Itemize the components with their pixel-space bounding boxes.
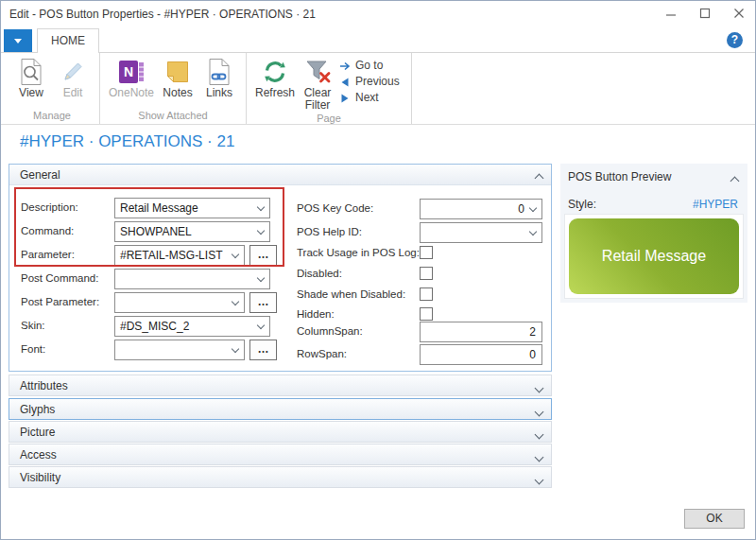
columnspan-input[interactable]: 2 (420, 322, 542, 342)
close-icon (733, 8, 745, 19)
links-icon (204, 56, 234, 87)
rowspan-input[interactable]: 0 (420, 344, 542, 365)
next-arrow-icon (339, 94, 351, 103)
clear-filter-button-label: Clear Filter (298, 87, 337, 112)
edit-button[interactable]: Edit (52, 55, 94, 99)
links-button-label: Links (206, 87, 232, 99)
chevron-up-icon[interactable] (731, 174, 738, 187)
notes-button-label: Notes (163, 87, 192, 99)
pos-key-code-value: 0 (518, 202, 524, 216)
previous-menu-item[interactable]: Previous (339, 76, 402, 88)
section-general-header[interactable]: General (9, 165, 551, 185)
chevron-down-icon (232, 345, 239, 353)
refresh-icon (260, 56, 290, 87)
section-visibility[interactable]: Visibility (9, 466, 552, 488)
disabled-label: Disabled: (297, 268, 342, 279)
close-button[interactable] (730, 6, 747, 21)
hidden-label: Hidden: (297, 308, 335, 320)
pos-key-code-combo[interactable]: 0 (420, 199, 542, 219)
tab-home[interactable]: HOME (37, 28, 99, 53)
shade-when-disabled-label: Shade when Disabled: (297, 288, 405, 300)
edit-pencil-icon (58, 56, 88, 87)
onenote-icon: N (116, 56, 146, 87)
hidden-checkbox[interactable] (420, 307, 433, 321)
help-button[interactable]: ? (727, 32, 743, 48)
ribbon-group-manage: View Edit Manage (5, 53, 100, 124)
chevron-down-icon (536, 381, 542, 394)
preview-panel-title: POS Button Preview (568, 170, 671, 183)
clear-filter-button[interactable]: Clear Filter (298, 55, 337, 112)
section-attributes[interactable]: Attributes (9, 375, 552, 396)
post-command-label: Post Command: (21, 272, 98, 284)
view-button[interactable]: View (10, 55, 52, 99)
view-icon (16, 56, 46, 87)
pos-help-id-combo[interactable] (420, 222, 542, 243)
section-attributes-label: Attributes (20, 379, 68, 392)
skin-combo[interactable]: #DS_MISC_2 (114, 316, 270, 337)
pos-button-properties-window: Edit - POS Button Properties - #HYPER · … (0, 0, 756, 540)
goto-menu-item[interactable]: Go to (339, 60, 402, 72)
section-glyphs-label: Glyphs (20, 403, 55, 416)
post-command-combo[interactable] (114, 269, 270, 289)
notes-button[interactable]: Notes (157, 55, 198, 99)
page-content: #HYPER · OPERATIONS · 21 General Descrip… (1, 125, 755, 539)
track-usage-checkbox[interactable] (420, 246, 433, 259)
post-parameter-combo[interactable] (114, 292, 245, 313)
chevron-down-icon (529, 204, 537, 212)
onenote-button-label: OneNote (109, 87, 154, 99)
section-access[interactable]: Access (9, 444, 552, 465)
onenote-button[interactable]: N OneNote (106, 55, 157, 99)
skin-label: Skin: (21, 320, 45, 331)
clear-filter-icon (302, 56, 333, 87)
track-usage-label: Track Usage in POS Log: (297, 247, 420, 258)
refresh-button-label: Refresh (255, 87, 295, 99)
title-bar: Edit - POS Button Properties - #HYPER · … (1, 1, 755, 26)
ribbon-group-label-manage: Manage (10, 109, 94, 124)
previous-arrow-icon (339, 78, 351, 87)
chevron-down-icon (536, 450, 542, 463)
chevron-down-icon (536, 473, 542, 486)
links-button[interactable]: Links (198, 55, 240, 99)
minimize-icon (665, 8, 677, 19)
notes-icon (163, 56, 193, 87)
section-visibility-label: Visibility (20, 471, 60, 484)
post-parameter-label: Post Parameter: (21, 296, 99, 307)
refresh-button[interactable]: Refresh (252, 55, 298, 99)
section-glyphs[interactable]: Glyphs (9, 398, 552, 420)
next-menu-item[interactable]: Next (339, 92, 402, 104)
font-lookup-button[interactable]: … (249, 340, 277, 360)
ribbon-group-show-attached: N OneNote Notes (100, 53, 247, 124)
pos-button-preview-panel: POS Button Preview Style: #HYPER Retail … (560, 164, 747, 303)
ok-button[interactable]: OK (684, 509, 745, 529)
chevron-down-icon (232, 298, 239, 305)
shade-when-disabled-checkbox[interactable] (420, 287, 433, 301)
chevron-down-icon (529, 228, 537, 235)
post-parameter-lookup-button[interactable]: … (249, 292, 277, 313)
style-value-link[interactable]: #HYPER (693, 198, 738, 211)
ribbon-tab-row: HOME ? (1, 26, 755, 53)
chevron-up-icon (536, 171, 542, 184)
columnspan-label: ColumnSpan: (297, 325, 363, 337)
section-picture[interactable]: Picture (9, 421, 552, 443)
maximize-button[interactable] (696, 6, 713, 21)
font-combo[interactable] (114, 340, 245, 360)
application-menu-button[interactable] (4, 29, 32, 52)
chevron-down-icon (257, 274, 265, 282)
svg-text:N: N (124, 64, 133, 79)
ribbon-group-label-show-attached: Show Attached (106, 109, 240, 124)
pos-help-id-label: POS Help ID: (297, 226, 362, 237)
page-title: #HYPER · OPERATIONS · 21 (20, 132, 234, 151)
minimize-button[interactable] (662, 6, 679, 21)
pos-key-code-label: POS Key Code: (297, 202, 373, 214)
page-nav-stack: Go to Previous Next (337, 55, 405, 104)
preview-button-container: Retail Message (564, 214, 744, 299)
section-picture-label: Picture (20, 426, 55, 439)
ribbon-group-page: Refresh Clear Filter (247, 53, 412, 124)
goto-label: Go to (355, 60, 383, 72)
window-title: Edit - POS Button Properties - #HYPER · … (9, 8, 316, 21)
font-label: Font: (21, 343, 45, 355)
maximize-icon (699, 8, 711, 19)
goto-arrow-icon (339, 61, 351, 71)
disabled-checkbox[interactable] (420, 267, 433, 280)
rowspan-label: RowSpan: (297, 348, 347, 359)
